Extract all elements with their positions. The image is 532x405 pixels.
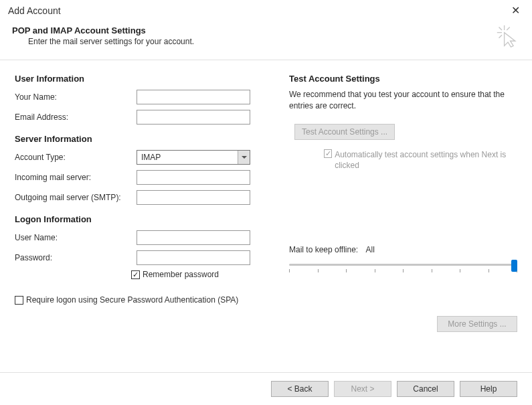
- close-button[interactable]: ✕: [507, 5, 524, 16]
- mail-offline-slider[interactable]: [289, 261, 517, 277]
- user-information-heading: User Information: [15, 74, 269, 84]
- slider-track: [289, 264, 517, 266]
- svg-line-3: [507, 27, 510, 31]
- test-account-settings-button[interactable]: Test Account Settings ...: [294, 124, 395, 140]
- account-type-value: IMAP: [141, 153, 161, 162]
- outgoing-server-label: Outgoing mail server (SMTP):: [15, 193, 137, 202]
- email-address-label: Email Address:: [15, 112, 137, 122]
- header-subheading: Enter the mail server settings for your …: [12, 37, 520, 46]
- test-account-settings-heading: Test Account Settings: [289, 74, 517, 84]
- logon-information-heading: Logon Information: [15, 214, 269, 224]
- password-label: Password:: [15, 253, 137, 262]
- more-settings-button[interactable]: More Settings ...: [437, 316, 517, 332]
- require-spa-label: Require logon using Secure Password Auth…: [26, 295, 238, 305]
- outgoing-server-input[interactable]: [137, 190, 250, 205]
- your-name-label: Your Name:: [15, 92, 137, 102]
- account-type-select[interactable]: IMAP: [137, 150, 250, 165]
- auto-test-checkbox: [324, 149, 332, 158]
- username-input[interactable]: [137, 230, 250, 245]
- username-label: User Name:: [15, 233, 137, 242]
- help-button[interactable]: Help: [460, 381, 517, 397]
- mail-offline-value: All: [366, 245, 375, 254]
- cursor-click-icon: [496, 24, 520, 48]
- account-type-label: Account Type:: [15, 153, 137, 162]
- window-title: Add Account: [8, 5, 61, 16]
- svg-line-4: [499, 35, 503, 38]
- remember-password-label: Remember password: [143, 270, 219, 279]
- server-information-heading: Server Information: [15, 134, 269, 144]
- incoming-server-input[interactable]: [137, 170, 250, 185]
- password-input[interactable]: [137, 250, 250, 265]
- back-button[interactable]: < Back: [271, 381, 329, 397]
- email-address-input[interactable]: [137, 110, 250, 125]
- dialog-header: POP and IMAP Account Settings Enter the …: [0, 20, 532, 60]
- chevron-down-icon: [242, 156, 247, 159]
- header-heading: POP and IMAP Account Settings: [12, 25, 520, 35]
- svg-line-2: [499, 27, 503, 31]
- cancel-button[interactable]: Cancel: [397, 381, 454, 397]
- slider-thumb[interactable]: [511, 260, 517, 272]
- next-button[interactable]: Next >: [334, 381, 391, 397]
- slider-ticks: [289, 269, 517, 272]
- auto-test-label: Automatically test account settings when…: [335, 149, 517, 172]
- require-spa-checkbox[interactable]: [15, 296, 23, 305]
- your-name-input[interactable]: [137, 90, 250, 104]
- test-account-description: We recommend that you test your account …: [289, 89, 517, 112]
- mail-offline-label: Mail to keep offline:: [289, 245, 358, 254]
- dialog-footer: < Back Next > Cancel Help: [0, 372, 532, 405]
- remember-password-checkbox[interactable]: [131, 270, 140, 279]
- account-type-dropdown-button[interactable]: [238, 151, 250, 164]
- incoming-server-label: Incoming mail server:: [15, 173, 137, 182]
